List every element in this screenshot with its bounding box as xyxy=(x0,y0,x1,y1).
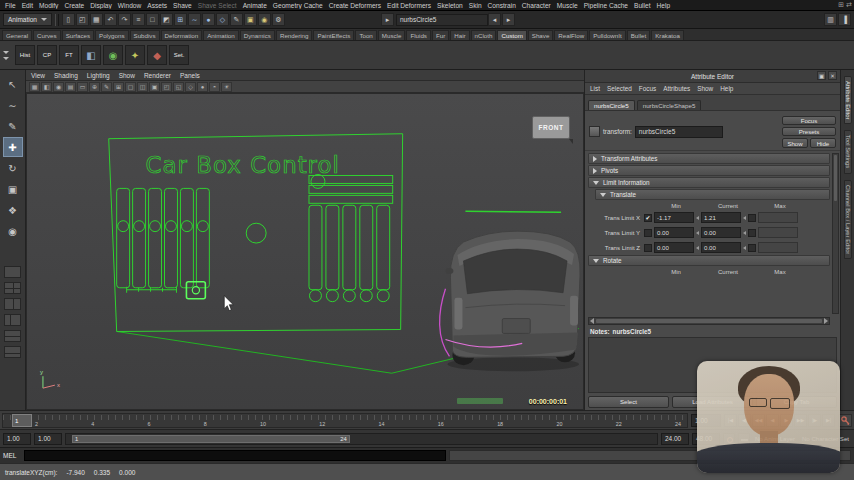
paint-select-tool[interactable]: ✎ xyxy=(3,116,23,136)
menu-skin[interactable]: Skin xyxy=(466,2,485,9)
front-image-plane[interactable]: FRONT xyxy=(532,116,570,139)
shaded-mode-icon[interactable]: ● xyxy=(197,82,208,92)
new-scene-icon[interactable]: ▯ xyxy=(62,13,75,26)
spinner-icon[interactable] xyxy=(696,246,699,250)
2d-pan-zoom-icon[interactable]: ⊕ xyxy=(89,82,100,92)
select-component-icon[interactable]: ◩ xyxy=(160,13,173,26)
shelf-tab[interactable]: Bullet xyxy=(627,30,650,40)
snap-grid-icon[interactable]: ⊞ xyxy=(174,13,187,26)
layout-persp-outliner-button[interactable] xyxy=(4,314,21,326)
scroll-right-icon[interactable] xyxy=(824,318,828,324)
current-value-field[interactable]: 0.00 xyxy=(701,227,741,238)
scrollbar-thumb[interactable] xyxy=(834,155,837,201)
layout-persp-graph-button[interactable] xyxy=(4,330,21,342)
shelf-tab[interactable]: Curves xyxy=(33,30,61,40)
grid-toggle-icon[interactable]: ⊞ xyxy=(113,82,124,92)
shelf-tab[interactable]: General xyxy=(2,30,32,40)
menu-display[interactable]: Display xyxy=(87,2,115,9)
section-pivots[interactable]: Pivots xyxy=(588,165,830,176)
command-line-language-toggle[interactable]: MEL xyxy=(3,452,21,459)
horizontal-scrollbar[interactable] xyxy=(588,317,830,325)
rig-curve[interactable] xyxy=(440,289,450,357)
bookmark-icon[interactable]: ▤ xyxy=(65,82,76,92)
section-limit-information[interactable]: Limit Information xyxy=(588,177,830,188)
range-slider-handle[interactable]: 1 24 xyxy=(72,435,350,443)
lasso-select-tool[interactable]: ∼ xyxy=(3,95,23,115)
viewport-menu[interactable]: Panels xyxy=(180,72,200,79)
scale-tool[interactable]: ▣ xyxy=(3,179,23,199)
render-settings-icon[interactable]: ⚙ xyxy=(272,13,285,26)
viewport-menu[interactable]: Renderer xyxy=(144,72,171,79)
playback-end-field[interactable]: 24.00 xyxy=(661,433,689,445)
ae-tab[interactable]: nurbsCircleShape5 xyxy=(637,100,702,110)
ae-tab[interactable]: nurbsCircle5 xyxy=(588,100,635,110)
transform-name-field[interactable]: nurbsCircle5 xyxy=(635,126,723,138)
film-gate-icon[interactable]: ▢ xyxy=(125,82,136,92)
min-value-field[interactable]: 0.00 xyxy=(654,227,694,238)
show-button[interactable]: Show xyxy=(782,138,808,148)
hide-button[interactable]: Hide xyxy=(810,138,836,148)
section-translate[interactable]: Translate xyxy=(595,189,830,200)
menu-skeleton[interactable]: Skeleton xyxy=(434,2,466,9)
save-scene-icon[interactable]: ▦ xyxy=(90,13,103,26)
animation-start-field[interactable]: 1.00 xyxy=(3,433,31,445)
textured-mode-icon[interactable]: ◓ xyxy=(209,82,220,92)
rotate-tool[interactable]: ↻ xyxy=(3,158,23,178)
shelf-tab[interactable]: PulldownIt xyxy=(589,30,626,40)
menu-edit-deformers[interactable]: Edit Deformers xyxy=(384,2,434,9)
spinner-icon[interactable] xyxy=(743,246,746,250)
shelf-menu-icon[interactable] xyxy=(3,51,9,60)
current-value-field[interactable]: 1.21 xyxy=(701,212,741,223)
shelf-tab[interactable]: Custom xyxy=(497,30,526,40)
shelf-tab[interactable]: RealFlow xyxy=(554,30,588,40)
spinner-icon[interactable] xyxy=(743,231,746,235)
select-hierarchy-icon[interactable]: ≡ xyxy=(132,13,145,26)
spinner-icon[interactable] xyxy=(743,216,746,220)
scroll-left-icon[interactable] xyxy=(590,318,594,324)
min-limit-checkbox[interactable] xyxy=(644,244,652,252)
viewport-menu[interactable]: Shading xyxy=(54,72,78,79)
shelf-tab[interactable]: Surfaces xyxy=(62,30,94,40)
presets-button[interactable]: Presets xyxy=(782,127,836,136)
spinner-icon[interactable] xyxy=(696,231,699,235)
snap-plane-icon[interactable]: ◇ xyxy=(216,13,229,26)
shelf-tab[interactable]: Muscle xyxy=(378,30,406,40)
menu-geometry-cache[interactable]: Geometry Cache xyxy=(270,2,326,9)
menu-file[interactable]: File xyxy=(2,2,19,9)
playback-start-field[interactable]: 1.00 xyxy=(34,433,62,445)
show-attribute-editor-icon[interactable]: ▐ xyxy=(838,13,851,26)
section-rotate[interactable]: Rotate xyxy=(588,255,830,266)
image-plane-icon[interactable]: ▭ xyxy=(77,82,88,92)
shelf-tab[interactable]: Deformation xyxy=(161,30,203,40)
lights-icon[interactable]: ☀ xyxy=(221,82,232,92)
max-limit-checkbox[interactable] xyxy=(748,229,756,237)
menu-set-dropdown[interactable]: Animation xyxy=(3,13,52,26)
shelf-tab[interactable]: Polygons xyxy=(95,30,128,40)
ipr-render-icon[interactable]: ◉ xyxy=(258,13,271,26)
viewport-menu[interactable]: Lighting xyxy=(87,72,110,79)
auto-keyframe-button[interactable] xyxy=(838,414,852,427)
current-value-field[interactable]: 0.00 xyxy=(701,242,741,253)
viewport-menu[interactable]: View xyxy=(31,72,45,79)
min-value-field[interactable]: -1.17 xyxy=(654,212,694,223)
soft-modification-tool[interactable]: ◉ xyxy=(3,221,23,241)
menu-muscle[interactable]: Muscle xyxy=(554,2,581,9)
snap-curve-icon[interactable]: ∼ xyxy=(188,13,201,26)
menu-assets[interactable]: Assets xyxy=(144,2,170,9)
layout-two-pane-button[interactable] xyxy=(4,298,21,310)
snap-point-icon[interactable]: ● xyxy=(202,13,215,26)
viewport-canvas[interactable]: Car Box Control xyxy=(26,93,584,410)
layout-hypershade-button[interactable] xyxy=(4,346,21,358)
shelf-icon-3[interactable]: ✦ xyxy=(125,45,145,65)
car-model[interactable] xyxy=(445,231,580,371)
shelf-tab[interactable]: Subdivs xyxy=(130,30,160,40)
gate-mask-icon[interactable]: ▣ xyxy=(149,82,160,92)
shelf-tab[interactable]: Shave xyxy=(528,30,554,40)
sidebar-tab[interactable]: Attribute Editor xyxy=(844,76,852,124)
sidebar-tab[interactable]: Channel Box / Layer Editor xyxy=(844,180,852,259)
redo-icon[interactable]: ↷ xyxy=(118,13,131,26)
open-scene-icon[interactable]: ◰ xyxy=(76,13,89,26)
range-slider[interactable]: 1 24 xyxy=(65,433,658,445)
section-transform-attributes[interactable]: Transform Attributes xyxy=(588,153,830,164)
ae-menu-item[interactable]: Focus xyxy=(639,85,656,92)
